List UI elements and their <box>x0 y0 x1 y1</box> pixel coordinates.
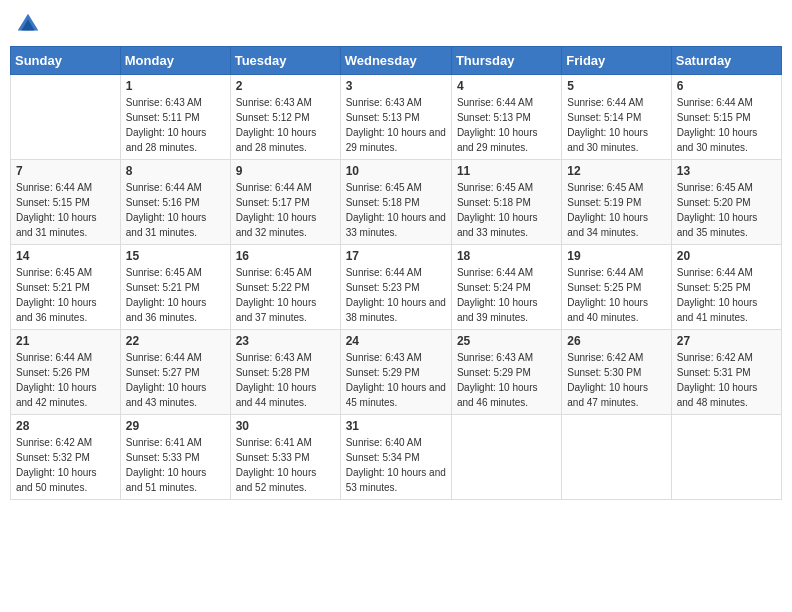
calendar-cell: 2Sunrise: 6:43 AMSunset: 5:12 PMDaylight… <box>230 75 340 160</box>
day-number: 10 <box>346 164 446 178</box>
calendar-cell: 13Sunrise: 6:45 AMSunset: 5:20 PMDayligh… <box>671 160 781 245</box>
day-number: 12 <box>567 164 665 178</box>
day-info: Sunrise: 6:44 AMSunset: 5:23 PMDaylight:… <box>346 265 446 325</box>
day-info: Sunrise: 6:43 AMSunset: 5:13 PMDaylight:… <box>346 95 446 155</box>
day-number: 23 <box>236 334 335 348</box>
day-info: Sunrise: 6:44 AMSunset: 5:17 PMDaylight:… <box>236 180 335 240</box>
day-info: Sunrise: 6:44 AMSunset: 5:13 PMDaylight:… <box>457 95 556 155</box>
calendar-cell: 18Sunrise: 6:44 AMSunset: 5:24 PMDayligh… <box>451 245 561 330</box>
day-info: Sunrise: 6:44 AMSunset: 5:25 PMDaylight:… <box>677 265 776 325</box>
calendar-cell: 3Sunrise: 6:43 AMSunset: 5:13 PMDaylight… <box>340 75 451 160</box>
day-number: 30 <box>236 419 335 433</box>
day-number: 20 <box>677 249 776 263</box>
calendar-cell: 31Sunrise: 6:40 AMSunset: 5:34 PMDayligh… <box>340 415 451 500</box>
calendar-week-2: 7Sunrise: 6:44 AMSunset: 5:15 PMDaylight… <box>11 160 782 245</box>
calendar-cell <box>11 75 121 160</box>
day-header-friday: Friday <box>562 47 671 75</box>
day-info: Sunrise: 6:45 AMSunset: 5:18 PMDaylight:… <box>457 180 556 240</box>
day-number: 2 <box>236 79 335 93</box>
day-number: 31 <box>346 419 446 433</box>
day-number: 17 <box>346 249 446 263</box>
day-info: Sunrise: 6:45 AMSunset: 5:19 PMDaylight:… <box>567 180 665 240</box>
calendar-cell: 24Sunrise: 6:43 AMSunset: 5:29 PMDayligh… <box>340 330 451 415</box>
day-info: Sunrise: 6:43 AMSunset: 5:29 PMDaylight:… <box>346 350 446 410</box>
day-info: Sunrise: 6:41 AMSunset: 5:33 PMDaylight:… <box>126 435 225 495</box>
calendar-week-1: 1Sunrise: 6:43 AMSunset: 5:11 PMDaylight… <box>11 75 782 160</box>
calendar-cell <box>671 415 781 500</box>
day-number: 13 <box>677 164 776 178</box>
calendar-cell: 10Sunrise: 6:45 AMSunset: 5:18 PMDayligh… <box>340 160 451 245</box>
day-info: Sunrise: 6:43 AMSunset: 5:11 PMDaylight:… <box>126 95 225 155</box>
calendar-cell: 17Sunrise: 6:44 AMSunset: 5:23 PMDayligh… <box>340 245 451 330</box>
calendar-cell: 16Sunrise: 6:45 AMSunset: 5:22 PMDayligh… <box>230 245 340 330</box>
calendar-cell: 19Sunrise: 6:44 AMSunset: 5:25 PMDayligh… <box>562 245 671 330</box>
day-info: Sunrise: 6:41 AMSunset: 5:33 PMDaylight:… <box>236 435 335 495</box>
calendar-cell: 27Sunrise: 6:42 AMSunset: 5:31 PMDayligh… <box>671 330 781 415</box>
day-number: 9 <box>236 164 335 178</box>
calendar-week-4: 21Sunrise: 6:44 AMSunset: 5:26 PMDayligh… <box>11 330 782 415</box>
day-number: 27 <box>677 334 776 348</box>
calendar-cell: 15Sunrise: 6:45 AMSunset: 5:21 PMDayligh… <box>120 245 230 330</box>
day-info: Sunrise: 6:45 AMSunset: 5:22 PMDaylight:… <box>236 265 335 325</box>
day-info: Sunrise: 6:45 AMSunset: 5:21 PMDaylight:… <box>126 265 225 325</box>
day-number: 22 <box>126 334 225 348</box>
page-header <box>10 10 782 38</box>
day-info: Sunrise: 6:44 AMSunset: 5:26 PMDaylight:… <box>16 350 115 410</box>
calendar-table: SundayMondayTuesdayWednesdayThursdayFrid… <box>10 46 782 500</box>
day-info: Sunrise: 6:43 AMSunset: 5:29 PMDaylight:… <box>457 350 556 410</box>
calendar-cell: 1Sunrise: 6:43 AMSunset: 5:11 PMDaylight… <box>120 75 230 160</box>
calendar-cell: 8Sunrise: 6:44 AMSunset: 5:16 PMDaylight… <box>120 160 230 245</box>
calendar-cell: 23Sunrise: 6:43 AMSunset: 5:28 PMDayligh… <box>230 330 340 415</box>
day-number: 8 <box>126 164 225 178</box>
day-number: 16 <box>236 249 335 263</box>
day-header-sunday: Sunday <box>11 47 121 75</box>
calendar-cell: 20Sunrise: 6:44 AMSunset: 5:25 PMDayligh… <box>671 245 781 330</box>
day-number: 28 <box>16 419 115 433</box>
day-info: Sunrise: 6:44 AMSunset: 5:27 PMDaylight:… <box>126 350 225 410</box>
day-number: 29 <box>126 419 225 433</box>
day-number: 7 <box>16 164 115 178</box>
logo-icon <box>14 10 42 38</box>
calendar-cell: 12Sunrise: 6:45 AMSunset: 5:19 PMDayligh… <box>562 160 671 245</box>
day-info: Sunrise: 6:44 AMSunset: 5:14 PMDaylight:… <box>567 95 665 155</box>
day-number: 15 <box>126 249 225 263</box>
calendar-cell: 29Sunrise: 6:41 AMSunset: 5:33 PMDayligh… <box>120 415 230 500</box>
day-info: Sunrise: 6:44 AMSunset: 5:16 PMDaylight:… <box>126 180 225 240</box>
calendar-header-row: SundayMondayTuesdayWednesdayThursdayFrid… <box>11 47 782 75</box>
calendar-cell: 28Sunrise: 6:42 AMSunset: 5:32 PMDayligh… <box>11 415 121 500</box>
day-info: Sunrise: 6:42 AMSunset: 5:31 PMDaylight:… <box>677 350 776 410</box>
day-number: 11 <box>457 164 556 178</box>
day-info: Sunrise: 6:44 AMSunset: 5:24 PMDaylight:… <box>457 265 556 325</box>
day-header-saturday: Saturday <box>671 47 781 75</box>
day-info: Sunrise: 6:44 AMSunset: 5:25 PMDaylight:… <box>567 265 665 325</box>
calendar-cell: 25Sunrise: 6:43 AMSunset: 5:29 PMDayligh… <box>451 330 561 415</box>
day-header-wednesday: Wednesday <box>340 47 451 75</box>
day-info: Sunrise: 6:44 AMSunset: 5:15 PMDaylight:… <box>677 95 776 155</box>
day-number: 25 <box>457 334 556 348</box>
day-header-tuesday: Tuesday <box>230 47 340 75</box>
day-number: 5 <box>567 79 665 93</box>
calendar-cell: 11Sunrise: 6:45 AMSunset: 5:18 PMDayligh… <box>451 160 561 245</box>
calendar-cell: 22Sunrise: 6:44 AMSunset: 5:27 PMDayligh… <box>120 330 230 415</box>
day-number: 21 <box>16 334 115 348</box>
day-info: Sunrise: 6:45 AMSunset: 5:20 PMDaylight:… <box>677 180 776 240</box>
calendar-cell: 26Sunrise: 6:42 AMSunset: 5:30 PMDayligh… <box>562 330 671 415</box>
calendar-cell <box>562 415 671 500</box>
day-info: Sunrise: 6:43 AMSunset: 5:12 PMDaylight:… <box>236 95 335 155</box>
calendar-week-3: 14Sunrise: 6:45 AMSunset: 5:21 PMDayligh… <box>11 245 782 330</box>
day-number: 24 <box>346 334 446 348</box>
calendar-cell: 5Sunrise: 6:44 AMSunset: 5:14 PMDaylight… <box>562 75 671 160</box>
day-info: Sunrise: 6:43 AMSunset: 5:28 PMDaylight:… <box>236 350 335 410</box>
day-number: 1 <box>126 79 225 93</box>
calendar-cell: 30Sunrise: 6:41 AMSunset: 5:33 PMDayligh… <box>230 415 340 500</box>
day-info: Sunrise: 6:42 AMSunset: 5:32 PMDaylight:… <box>16 435 115 495</box>
day-number: 19 <box>567 249 665 263</box>
day-number: 26 <box>567 334 665 348</box>
day-header-thursday: Thursday <box>451 47 561 75</box>
calendar-cell <box>451 415 561 500</box>
calendar-cell: 14Sunrise: 6:45 AMSunset: 5:21 PMDayligh… <box>11 245 121 330</box>
day-info: Sunrise: 6:42 AMSunset: 5:30 PMDaylight:… <box>567 350 665 410</box>
day-info: Sunrise: 6:40 AMSunset: 5:34 PMDaylight:… <box>346 435 446 495</box>
day-number: 3 <box>346 79 446 93</box>
calendar-cell: 6Sunrise: 6:44 AMSunset: 5:15 PMDaylight… <box>671 75 781 160</box>
